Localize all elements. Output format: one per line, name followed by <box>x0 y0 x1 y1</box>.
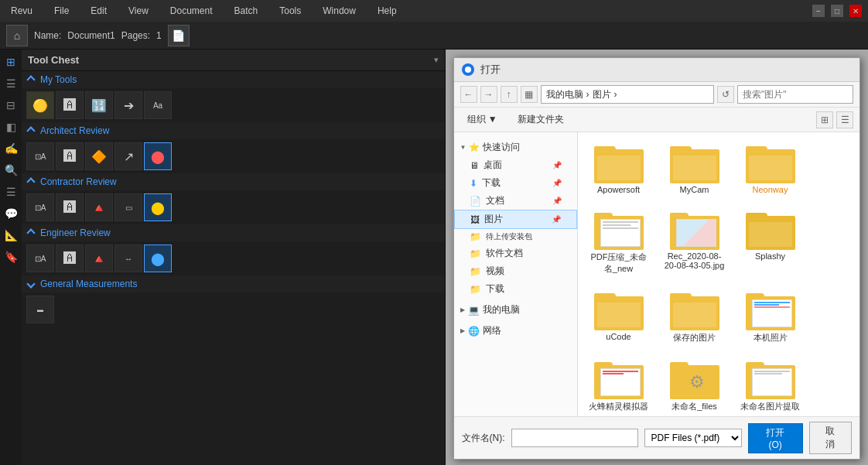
tool-eng-2[interactable]: 🅰 <box>56 244 84 272</box>
file-unnamed-files[interactable]: ⚙ 未命名_files <box>660 354 730 416</box>
menu-document[interactable]: Document <box>166 4 217 18</box>
file-label-saved-pics: 保存的图片 <box>673 332 716 344</box>
videos-label: 视频 <box>486 265 504 278</box>
menu-file[interactable]: File <box>50 4 73 18</box>
signatures-icon[interactable]: ✍ <box>2 139 20 158</box>
comments-icon[interactable]: 💬 <box>2 204 20 223</box>
cancel-button[interactable]: 取消 <box>809 422 852 454</box>
file-saved-pics[interactable]: 保存的图片 <box>660 285 730 348</box>
toolchest-icon[interactable]: ⊞ <box>2 53 20 71</box>
maximize-button[interactable]: □ <box>831 5 843 17</box>
menu-tools[interactable]: Tools <box>275 4 306 18</box>
nav-documents[interactable]: 📄 文档 📌 <box>454 192 577 210</box>
tool-con-3[interactable]: 🔺 <box>85 193 113 221</box>
tool-arch-3[interactable]: 🔶 <box>85 142 113 170</box>
folder-icon-splashy <box>746 210 795 250</box>
tool-text-box[interactable]: 🅰 <box>56 91 84 119</box>
my-computer-header[interactable]: ▶ 💻 我的电脑 <box>454 301 577 319</box>
tool-con-5[interactable]: ⬤ <box>144 193 172 221</box>
view-large-icon[interactable]: ⊞ <box>816 111 833 128</box>
section-architect-review[interactable]: Architect Review <box>22 122 445 139</box>
layers-icon[interactable]: ◧ <box>2 118 20 136</box>
thumbnails-icon[interactable]: ⊟ <box>2 96 20 115</box>
tool-arch-2[interactable]: 🅰 <box>56 142 84 170</box>
network-header[interactable]: ▶ 🌐 网络 <box>454 322 577 340</box>
up-button[interactable]: ↑ <box>501 86 518 103</box>
back-button[interactable]: ← <box>460 86 477 103</box>
nav-wait-install[interactable]: 📁 待上传安装包 <box>454 229 577 244</box>
file-local-pics[interactable]: 本机照片 <box>736 285 805 348</box>
minimize-button[interactable]: − <box>812 5 825 17</box>
menu-view[interactable]: View <box>124 4 153 18</box>
pages-label: Pages: <box>121 30 150 41</box>
file-mycam[interactable]: MyCam <box>660 138 730 199</box>
tool-highlight-yellow[interactable]: 🟡 <box>26 91 54 119</box>
nav-desktop[interactable]: 🖥 桌面 📌 <box>454 156 577 174</box>
tool-con-2[interactable]: 🅰 <box>56 193 84 221</box>
search-input[interactable] <box>737 85 853 104</box>
section-general-measurements[interactable]: General Measurements <box>22 275 445 292</box>
file-pic-extract[interactable]: 未命名图片提取 <box>736 354 805 416</box>
menu-edit[interactable]: Edit <box>86 4 111 18</box>
menu-help[interactable]: Help <box>373 4 402 18</box>
organize-button[interactable]: 组织 ▼ <box>460 111 504 128</box>
menu-revu[interactable]: Revu <box>6 4 37 18</box>
file-rec[interactable]: Rec_2020-08-20-08-43-05.jpg <box>660 205 730 279</box>
stamps-icon[interactable]: 🔖 <box>2 248 20 266</box>
filename-input[interactable] <box>511 429 638 447</box>
nav-software-docs[interactable]: 📁 软件文档 <box>454 244 577 262</box>
section-contractor-review[interactable]: Contractor Review <box>22 173 445 190</box>
file-label-mycam: MyCam <box>680 185 709 194</box>
file-hive[interactable]: 火蜂精灵模拟器 <box>584 354 654 416</box>
forward-button[interactable]: → <box>480 86 497 103</box>
file-apowersoft[interactable]: Apowersoft <box>584 138 654 199</box>
menu-window[interactable]: Window <box>318 4 361 18</box>
close-button[interactable]: ✕ <box>849 5 862 17</box>
tool-gen-1[interactable]: ▬ <box>26 296 54 323</box>
bookmarks-icon[interactable]: ☰ <box>2 74 20 93</box>
tool-eng-4[interactable]: ↔ <box>114 244 142 272</box>
nav-downloads2[interactable]: 📁 下载 <box>454 280 577 298</box>
search-icon[interactable]: 🔍 <box>2 161 20 180</box>
new-doc-icon[interactable]: 📄 <box>168 25 190 46</box>
toolchest-menu[interactable]: ▾ <box>434 55 439 65</box>
tool-arch-5[interactable]: ⬤ <box>144 142 172 170</box>
file-ucode[interactable]: uCode <box>584 285 654 348</box>
view-list[interactable]: ☰ <box>836 111 853 128</box>
tool-eng-1[interactable]: ⊡A <box>26 244 54 272</box>
my-computer-section: ▶ 💻 我的电脑 <box>454 301 577 319</box>
measurements-icon[interactable]: 📐 <box>2 226 20 244</box>
tool-arrow[interactable]: ➔ <box>114 91 142 119</box>
nav-downloads[interactable]: ⬇ 下载 📌 <box>454 174 577 192</box>
new-folder-button[interactable]: 新建文件夹 <box>511 111 571 128</box>
folder-icon-unnamed-files: ⚙ <box>670 359 719 399</box>
tool-text-edit[interactable]: Aa <box>144 91 172 119</box>
tool-arch-1[interactable]: ⊡A <box>26 142 54 170</box>
nav-videos[interactable]: 📁 视频 <box>454 262 577 280</box>
address-path[interactable]: 我的电脑 › 图片 › <box>541 85 715 104</box>
tool-callout[interactable]: 🔢 <box>85 91 113 119</box>
tool-con-4[interactable]: ▭ <box>114 193 142 221</box>
properties-icon[interactable]: ☰ <box>2 183 20 201</box>
file-splashy[interactable]: Splashy <box>736 205 805 279</box>
tool-con-1[interactable]: ⊡A <box>26 193 54 221</box>
view-button[interactable]: ▦ <box>521 86 538 103</box>
tool-arch-4[interactable]: ↗ <box>114 142 142 170</box>
filetype-select[interactable]: PDF Files (*.pdf) <box>644 429 742 447</box>
section-my-tools[interactable]: My Tools <box>22 71 445 88</box>
file-pdf-compress[interactable]: PDF压缩_未命名_new <box>584 205 654 279</box>
file-neonway[interactable]: Neonway <box>736 138 805 199</box>
refresh-button[interactable]: ↺ <box>717 86 734 103</box>
architect-review-label: Architect Review <box>40 125 109 136</box>
menu-batch[interactable]: Batch <box>230 4 263 18</box>
contractor-review-label: Contractor Review <box>40 176 117 187</box>
software-docs-icon: 📁 <box>470 248 481 259</box>
nav-pictures[interactable]: 🖼 图片 📌 <box>454 210 577 229</box>
open-button[interactable]: 打开(O) <box>748 423 803 453</box>
section-engineer-review[interactable]: Engineer Review <box>22 224 445 241</box>
home-icon[interactable]: ⌂ <box>6 25 28 46</box>
quick-access-header[interactable]: ▼ ⭐ 快速访问 <box>454 138 577 156</box>
tool-eng-3[interactable]: 🔺 <box>85 244 113 272</box>
tool-eng-5[interactable]: ⬤ <box>144 244 172 272</box>
filename-label: 文件名(N): <box>462 432 505 445</box>
